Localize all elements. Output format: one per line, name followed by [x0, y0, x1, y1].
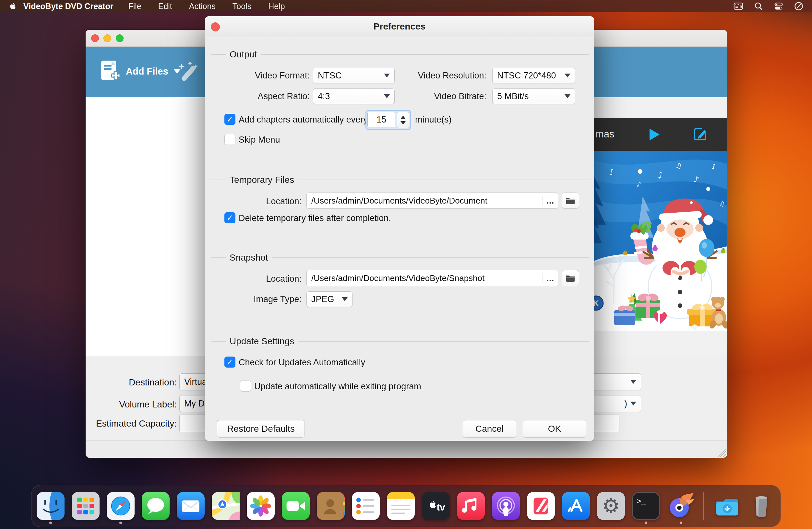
dock: tv [31, 485, 781, 527]
video-item-bar: mas [594, 118, 727, 151]
menu-help[interactable]: Help [268, 2, 285, 11]
snapshot-location-field[interactable]: /Users/admin/Documents/VideoByte/Snapsho… [306, 270, 558, 286]
auto-update-label: Update automatically while exiting progr… [254, 382, 421, 392]
desktop: VideoByte DVD Creator File Edit Actions … [0, 0, 812, 529]
resize-handle[interactable] [717, 449, 726, 457]
running-indicator [680, 521, 682, 524]
svg-text:>_: >_ [637, 497, 646, 506]
apple-logo-icon[interactable] [7, 1, 16, 11]
check-updates-checkbox[interactable]: ✓ [224, 356, 235, 368]
temp-folder-button[interactable] [562, 193, 579, 209]
svg-text:♪: ♪ [657, 170, 664, 181]
menu-actions[interactable]: Actions [189, 2, 216, 11]
destination-label: Destination: [86, 377, 177, 388]
section-update-settings: Update Settings [212, 336, 589, 347]
running-indicator [49, 521, 52, 524]
snapshot-folder-button[interactable] [562, 270, 579, 286]
control-center-icon[interactable] [774, 1, 783, 11]
video-bitrate-dropdown[interactable]: 5 MBit/s [492, 88, 575, 104]
dock-settings-icon[interactable]: ⚙ [597, 492, 625, 520]
dock-appletv-icon[interactable]: tv [422, 492, 450, 520]
close-button[interactable] [91, 34, 99, 42]
snapshot-location-value: /Users/admin/Documents/VideoByte/Snapsho… [311, 273, 542, 283]
dock-podcasts-icon[interactable] [492, 492, 520, 520]
menu-tools[interactable]: Tools [232, 2, 251, 11]
dialog-close-button[interactable] [211, 23, 220, 31]
magic-wand-icon [177, 60, 200, 83]
menu-file[interactable]: File [128, 2, 141, 11]
dock-mail-icon[interactable] [177, 492, 205, 520]
minutes-suffix: minute(s) [415, 115, 452, 125]
video-resolution-dropdown[interactable]: NTSC 720*480 [492, 68, 575, 83]
menubar-app-name[interactable]: VideoByte DVD Creator [23, 2, 113, 11]
stepper-down-icon[interactable] [401, 121, 406, 124]
check-updates-label: Check for Updates Automatically [239, 357, 365, 368]
restore-defaults-button[interactable]: Restore Defaults [217, 420, 305, 438]
input-switcher-icon[interactable]: ⌘ [734, 1, 743, 11]
dock-photos-icon[interactable] [247, 492, 275, 520]
dock-safari-icon[interactable] [107, 492, 134, 520]
dock-messages-icon[interactable] [142, 492, 170, 520]
dock-music-icon[interactable] [457, 492, 485, 520]
clock-icon[interactable] [794, 1, 803, 11]
volume-label-value-tail: ) [624, 399, 627, 409]
svg-text:⚙: ⚙ [602, 494, 620, 518]
image-type-dropdown[interactable]: JPEG [306, 291, 352, 307]
video-resolution-label: Video Resolution: [394, 71, 487, 81]
add-chapters-checkbox[interactable]: ✓ [224, 114, 235, 125]
preferences-dialog: Preferences Output Video Format: NTSC Vi… [205, 16, 594, 441]
section-temporary-files: Temporary Files [212, 174, 589, 186]
temp-location-value: /Users/admin/Documents/VideoByte/Documen… [311, 196, 542, 206]
zoom-button[interactable] [116, 34, 124, 42]
section-snapshot: Snapshot [212, 252, 589, 264]
capacity-label: Estimated Capacity: [86, 418, 177, 429]
temp-location-label: Location: [205, 196, 302, 206]
dock-facetime-icon[interactable] [282, 492, 310, 520]
folder-icon [566, 197, 575, 205]
delete-temp-checkbox[interactable]: ✓ [224, 212, 235, 223]
destination-caret-icon [630, 380, 636, 384]
dock-downloads-icon[interactable] [712, 492, 740, 520]
svg-text:tv: tv [436, 502, 445, 513]
add-files-button[interactable]: Add Files [100, 60, 180, 83]
dock-maps-icon[interactable] [212, 492, 240, 520]
dock-news-icon[interactable] [527, 492, 555, 520]
dock-divider [704, 492, 704, 520]
dock-terminal-icon[interactable]: >_ [632, 492, 660, 520]
dock-contacts-icon[interactable] [317, 492, 345, 520]
cancel-button[interactable]: Cancel [463, 420, 516, 438]
dock-appstore-icon[interactable] [562, 492, 590, 520]
edit-video-icon[interactable] [693, 127, 708, 142]
auto-update-checkbox[interactable] [240, 381, 251, 392]
aspect-ratio-dropdown[interactable]: 4:3 [313, 88, 395, 104]
snapshot-browse-button[interactable]: ... [542, 273, 558, 283]
running-indicator [119, 521, 122, 524]
dialog-titlebar: Preferences [205, 16, 594, 37]
volume-label-label: Volume Label: [86, 399, 177, 410]
chapter-interval-stepper[interactable] [397, 112, 409, 128]
ok-button[interactable]: OK [523, 420, 586, 438]
video-format-dropdown[interactable]: NTSC [313, 68, 395, 83]
minimize-button[interactable] [103, 34, 111, 42]
menu-bar: VideoByte DVD Creator File Edit Actions … [0, 0, 812, 12]
dock-finder-icon[interactable] [37, 492, 64, 520]
search-icon[interactable] [754, 1, 763, 11]
dock-reminders-icon[interactable] [352, 492, 380, 520]
chapter-interval-spinner[interactable]: 15 [365, 110, 411, 130]
volume-caret-icon [630, 402, 636, 406]
skip-menu-label: Skip Menu [239, 135, 280, 145]
chapter-interval-value[interactable]: 15 [367, 112, 395, 127]
dock-notes-icon[interactable] [387, 492, 415, 520]
skip-menu-checkbox[interactable] [224, 134, 235, 145]
play-icon[interactable] [649, 128, 660, 141]
temp-browse-button[interactable]: ... [542, 196, 558, 206]
section-output: Output [212, 49, 589, 60]
menu-edit[interactable]: Edit [158, 2, 172, 11]
dock-trash-icon[interactable] [748, 492, 775, 520]
dock-dvd-creator-icon[interactable] [667, 492, 695, 520]
menu-preview-image[interactable]: ♪ ♪ ♪ ♫ ♪ ♪ ♫ K [594, 151, 727, 330]
temp-location-field[interactable]: /Users/admin/Documents/VideoByte/Documen… [306, 193, 558, 209]
image-type-label: Image Type: [205, 294, 302, 304]
dock-launchpad-icon[interactable] [72, 492, 100, 520]
stepper-up-icon[interactable] [401, 116, 406, 119]
